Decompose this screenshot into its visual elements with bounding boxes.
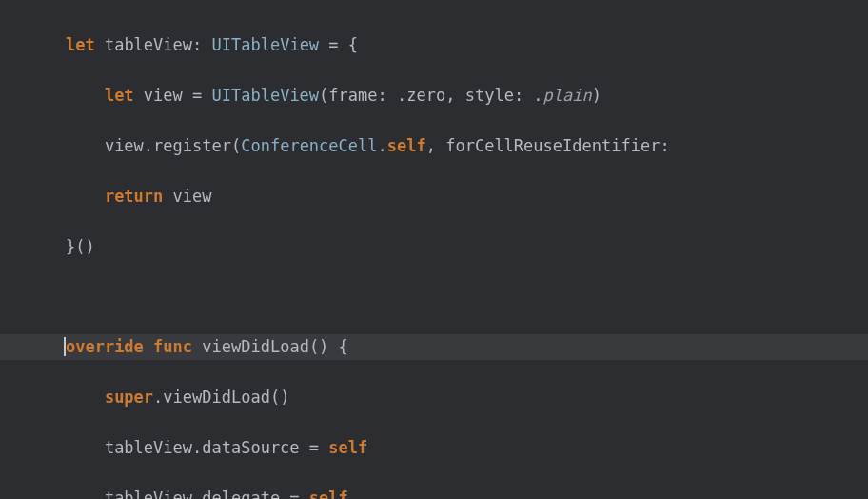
code-text <box>27 35 66 54</box>
code-text <box>27 337 66 356</box>
keyword: override <box>66 337 144 356</box>
code-text <box>27 438 105 457</box>
keyword: let <box>66 35 95 54</box>
punct: () <box>270 388 289 407</box>
punct: , <box>426 136 445 155</box>
identifier: tableView.dataSource = <box>105 438 328 457</box>
punct: : <box>192 35 211 54</box>
punct: = { <box>319 35 358 54</box>
identifier: plain <box>543 86 592 105</box>
punct: : . <box>514 86 543 105</box>
keyword: let <box>105 86 134 105</box>
keyword-self: self <box>387 136 426 155</box>
function-call: register <box>153 136 231 155</box>
code-editor[interactable]: let tableView: UITableView = { let view … <box>0 8 868 499</box>
punct: }() <box>66 237 95 256</box>
code-text <box>27 187 105 206</box>
param-label: forCellReuseIdentifier <box>445 136 660 155</box>
type-name: UITableView <box>212 35 320 54</box>
punct: () { <box>309 337 348 356</box>
code-text <box>27 237 66 256</box>
punct: : <box>660 136 669 155</box>
identifier: tableView <box>95 35 192 54</box>
code-line[interactable]: }() <box>0 234 868 260</box>
keyword-self: self <box>309 489 348 499</box>
param-label: frame <box>328 86 377 105</box>
code-text <box>27 388 105 407</box>
type-name: ConferenceCell <box>241 136 377 155</box>
code-line[interactable]: let view = UITableView(frame: .zero, sty… <box>0 83 868 109</box>
identifier: view. <box>105 136 153 155</box>
punct: ( <box>319 86 328 105</box>
punct: . <box>153 388 163 407</box>
keyword-self: self <box>328 438 367 457</box>
text-cursor <box>64 337 66 356</box>
code-line[interactable]: let tableView: UITableView = { <box>0 32 868 58</box>
code-line[interactable]: tableView.dataSource = self <box>0 435 868 461</box>
keyword-super: super <box>105 388 153 407</box>
keyword: return <box>105 187 163 206</box>
punct: , <box>445 86 464 105</box>
param-label: style <box>465 86 514 105</box>
code-line[interactable]: return view <box>0 184 868 210</box>
identifier: zero <box>406 86 445 105</box>
punct: ( <box>231 136 241 155</box>
punct: ) <box>592 86 602 105</box>
code-line-active[interactable]: override func viewDidLoad() { <box>0 334 868 360</box>
type-name: UITableView <box>212 86 320 105</box>
keyword: func <box>153 337 192 356</box>
code-text <box>27 86 105 105</box>
punct: . <box>378 136 387 155</box>
code-text <box>144 337 153 356</box>
identifier: view <box>163 187 211 206</box>
code-line[interactable]: super.viewDidLoad() <box>0 385 868 410</box>
function-call: viewDidLoad <box>163 388 270 407</box>
function-name: viewDidLoad <box>192 337 309 356</box>
punct: : . <box>378 86 407 105</box>
code-line[interactable]: tableView.delegate = self <box>0 486 868 499</box>
code-text <box>27 489 105 499</box>
code-text <box>27 136 105 155</box>
identifier: view = <box>134 86 212 105</box>
code-line[interactable]: view.register(ConferenceCell.self, forCe… <box>0 133 868 159</box>
identifier: tableView.delegate = <box>105 489 309 499</box>
code-line[interactable] <box>0 285 868 310</box>
